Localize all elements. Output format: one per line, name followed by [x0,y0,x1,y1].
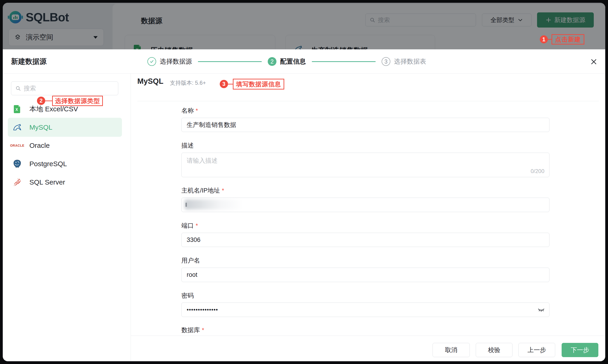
step-label: 选择数据表 [394,57,426,66]
type-label: 本地 Excel/CSV [29,104,78,114]
app-window: SQLBot 演示空间 数据源 搜索 全部类型 新建数据源 [3,3,605,361]
description-field[interactable] [181,153,549,177]
modal-header: 新建数据源 选择数据源 2 配置信息 3 [3,49,605,74]
type-label: Oracle [29,142,50,149]
sqlserver-icon [13,177,22,187]
datasource-type-sidebar: 搜索 2 选择数据源类型 X 本地 Excel/CSV [3,74,131,361]
step-configure-info: 2 配置信息 [268,57,306,66]
oracle-icon: ORACLE [13,141,22,150]
validate-button[interactable]: 校验 [476,343,513,357]
password-label: 密码 [181,291,194,300]
db-version-note: 支持版本: 5.6+ [170,79,206,87]
database-label: 数据库* [181,326,204,334]
type-label: SQL Server [29,178,65,186]
step-select-tables: 3 选择数据表 [382,57,426,66]
port-field[interactable] [181,233,549,247]
modal-title: 新建数据源 [11,49,47,74]
svg-text:X: X [16,108,18,112]
annotation-1-label: 点击新建 [552,34,584,45]
annotation-3-label: 填写数据源信息 [233,79,284,90]
name-label: 名称* [181,106,198,115]
search-icon [15,86,21,91]
description-label: 描述 [181,141,194,150]
step-label: 选择数据源 [160,57,192,66]
step-number: 2 [268,57,277,66]
prev-step-button[interactable]: 上一步 [518,343,555,357]
password-field-wrap [181,302,549,317]
type-label: PostgreSQL [29,160,67,168]
footer-divider [131,336,605,336]
port-label: 端口* [181,221,198,230]
redaction-blur [185,199,243,209]
host-label: 主机名/IP地址* [181,186,224,195]
name-field[interactable] [181,118,549,132]
step-connector [312,61,376,62]
step-label: 配置信息 [280,57,306,66]
username-field[interactable] [181,268,549,282]
excel-icon: X [13,104,22,114]
step-number: 3 [382,57,390,66]
modal-steps: 选择数据源 2 配置信息 3 选择数据表 [147,49,426,74]
datasource-type-sqlserver[interactable]: SQL Server [8,173,122,191]
next-step-button[interactable]: 下一步 [562,343,598,357]
annotation-1-connector [547,39,552,40]
description-field-wrap: 0/200 [181,153,549,177]
username-label: 用户名 [181,256,200,265]
db-type-title: MySQL [137,77,163,86]
eye-off-icon[interactable] [537,305,546,314]
step-select-datasource: 选择数据源 [147,57,192,66]
search-placeholder: 搜索 [24,84,36,92]
mysql-icon [13,123,22,132]
datasource-config-form: MySQL 支持版本: 5.6+ 3 填写数据源信息 名称* 描述 0/200 … [131,74,605,361]
type-label: MySQL [29,123,52,131]
annotation-1-badge: 1 [540,35,548,43]
postgresql-icon [13,159,22,169]
close-icon[interactable] [589,57,598,66]
divider [137,101,599,101]
cancel-button[interactable]: 取消 [433,343,470,357]
new-datasource-modal: 新建数据源 选择数据源 2 配置信息 3 [3,49,605,361]
annotation-3-badge: 3 [220,80,228,88]
char-counter: 0/200 [531,168,544,174]
datasource-type-excel[interactable]: X 本地 Excel/CSV [8,100,122,118]
step-connector [198,61,262,62]
step-done-check-icon [147,57,156,66]
screenshot-frame: SQLBot 演示空间 数据源 搜索 全部类型 新建数据源 [0,0,608,364]
datasource-type-oracle[interactable]: ORACLE Oracle [8,137,122,155]
host-field-wrap [181,198,549,212]
type-search-input[interactable]: 搜索 [11,81,118,95]
password-field[interactable] [181,302,549,317]
annotation-3-connector [227,84,233,84]
datasource-type-mysql[interactable]: MySQL [8,118,122,137]
datasource-type-postgresql[interactable]: PostgreSQL [8,155,122,173]
